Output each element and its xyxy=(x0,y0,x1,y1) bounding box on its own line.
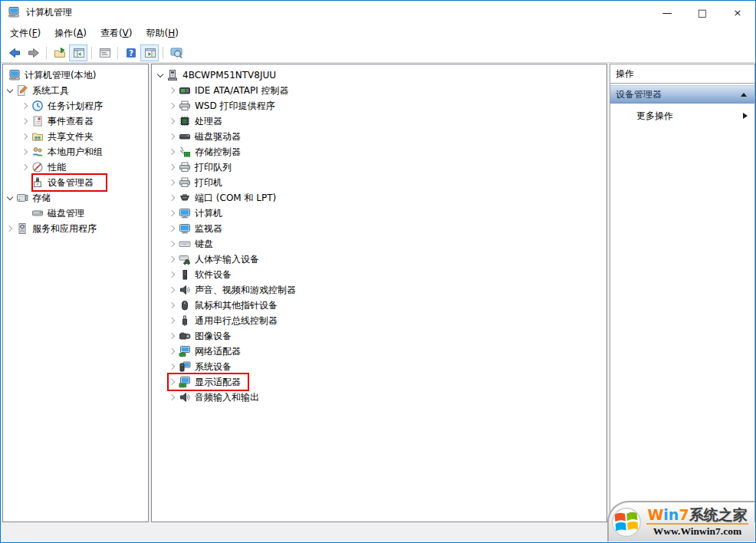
chevron-right-icon[interactable] xyxy=(167,392,178,403)
chevron-right-icon[interactable] xyxy=(167,131,178,142)
tree-label: 鼠标和其他指针设备 xyxy=(195,299,278,312)
find-button[interactable] xyxy=(166,44,185,61)
sidebar-item-task-scheduler[interactable]: 任务计划程序 xyxy=(3,98,148,114)
chevron-right-icon[interactable] xyxy=(167,361,178,372)
chevron-right-icon[interactable] xyxy=(167,377,178,387)
tree-label: 显示适配器 xyxy=(195,376,241,389)
device-category-imaging-devices[interactable]: 图像设备 xyxy=(152,328,606,344)
tree-label: 共享文件夹 xyxy=(48,130,94,143)
device-category-ide-controllers[interactable]: IDE ATA/ATAPI 控制器 xyxy=(152,83,606,98)
chevron-right-icon[interactable] xyxy=(167,208,178,219)
forward-button[interactable] xyxy=(24,44,42,61)
chevron-right-icon[interactable] xyxy=(167,300,178,311)
device-root[interactable]: 4BCWPM51NTV8JUU xyxy=(152,67,606,83)
device-category-usb-controllers[interactable]: 通用串行总线控制器 xyxy=(152,313,606,328)
menu-help[interactable]: 帮助(H) xyxy=(139,25,185,42)
sidebar-item-local-users-groups[interactable]: 本地用户和组 xyxy=(3,144,148,160)
minimize-button[interactable]: — xyxy=(649,1,685,24)
show-action-pane-button[interactable] xyxy=(140,44,159,61)
chevron-right-icon[interactable] xyxy=(167,116,178,127)
chevron-right-icon[interactable] xyxy=(167,285,178,295)
maximize-button[interactable]: □ xyxy=(685,1,720,24)
tree-label: 打印机 xyxy=(195,176,222,189)
device-category-monitors[interactable]: 监视器 xyxy=(152,221,606,236)
storage-icon xyxy=(16,192,28,204)
chevron-right-icon[interactable] xyxy=(20,162,31,173)
computer-management-window: 计算机管理 — □ × 文件(F) 操作(A) 查看(V) 帮助(H) ? 计算… xyxy=(0,0,756,543)
chevron-right-icon[interactable] xyxy=(5,223,15,234)
device-category-keyboards[interactable]: 键盘 xyxy=(152,236,606,252)
chevron-right-icon[interactable] xyxy=(167,162,178,173)
back-button[interactable] xyxy=(5,44,23,61)
close-button[interactable]: × xyxy=(720,1,755,24)
display-adapter-icon xyxy=(179,376,191,388)
sidebar-item-disk-management[interactable]: 磁盘管理 xyxy=(3,206,148,221)
chevron-right-icon[interactable] xyxy=(167,193,178,203)
sidebar-item-storage[interactable]: 存储 xyxy=(3,190,148,206)
sidebar-item-system-tools[interactable]: 系统工具 xyxy=(3,83,148,98)
system-device-icon xyxy=(179,360,191,373)
chevron-right-icon[interactable] xyxy=(167,269,178,280)
sidebar-item-computer-management[interactable]: 计算机管理(本地) xyxy=(3,67,148,83)
chevron-down-icon[interactable] xyxy=(5,85,15,96)
device-category-printers[interactable]: 打印机 xyxy=(152,175,606,190)
chevron-right-icon[interactable] xyxy=(167,146,178,157)
sidebar-item-services-applications[interactable]: 服务和应用程序 xyxy=(3,221,148,236)
sidebar-item-device-manager[interactable]: 设备管理器 xyxy=(3,175,148,190)
device-category-mice[interactable]: 鼠标和其他指针设备 xyxy=(152,298,606,313)
chevron-right-icon[interactable] xyxy=(20,116,31,127)
device-category-sound-controllers[interactable]: 声音、视频和游戏控制器 xyxy=(152,282,606,298)
chevron-right-icon[interactable] xyxy=(167,100,178,111)
device-category-system-devices[interactable]: 系统设备 xyxy=(152,359,606,374)
sidebar-item-performance[interactable]: 性能 xyxy=(3,160,148,175)
device-category-processors[interactable]: 处理器 xyxy=(152,114,606,129)
chevron-down-icon[interactable] xyxy=(155,70,166,81)
device-category-software-devices[interactable]: 软件设备 xyxy=(152,267,606,282)
tree-label: 本地用户和组 xyxy=(48,146,103,159)
device-category-disk-drives[interactable]: 磁盘驱动器 xyxy=(152,129,606,144)
chevron-down-icon[interactable] xyxy=(5,193,15,203)
device-category-ports[interactable]: 端口 (COM 和 LPT) xyxy=(152,190,606,206)
chevron-right-icon[interactable] xyxy=(167,254,178,265)
disk-management-icon xyxy=(31,207,44,219)
device-category-wsd-print-provider[interactable]: WSD 打印提供程序 xyxy=(152,98,606,114)
chevron-right-icon[interactable] xyxy=(167,85,178,96)
tree-label: 监视器 xyxy=(195,222,222,235)
actions-pane: 操作 设备管理器 更多操作 xyxy=(610,64,755,522)
chevron-right-icon[interactable] xyxy=(167,315,178,326)
menu-action[interactable]: 操作(A) xyxy=(48,25,94,42)
tree-label: 键盘 xyxy=(195,238,213,251)
device-category-network-adapters[interactable]: 网络适配器 xyxy=(152,344,606,359)
chevron-right-icon[interactable] xyxy=(167,223,178,234)
device-category-audio-io[interactable]: 音频输入和输出 xyxy=(152,390,606,405)
collapse-up-icon[interactable] xyxy=(741,93,747,97)
device-category-display-adapters[interactable]: 显示适配器 xyxy=(152,374,606,390)
help-button[interactable]: ? xyxy=(121,44,140,61)
watermark: Win7系统之家 Www.Winwin7.com xyxy=(607,501,754,541)
audio-io-icon xyxy=(179,391,191,403)
chevron-right-icon[interactable] xyxy=(167,346,178,357)
sidebar-item-event-viewer[interactable]: 事件查看器 xyxy=(3,114,148,129)
device-category-print-queues[interactable]: 打印队列 xyxy=(152,160,606,175)
chevron-right-icon[interactable] xyxy=(167,177,178,188)
chevron-right-icon[interactable] xyxy=(20,131,31,142)
chevron-right-icon[interactable] xyxy=(167,331,178,341)
menu-file[interactable]: 文件(F) xyxy=(3,25,48,42)
chevron-right-icon[interactable] xyxy=(20,100,31,111)
chevron-right-icon[interactable] xyxy=(20,146,31,157)
actions-section-device-manager[interactable]: 设备管理器 xyxy=(610,85,754,104)
system-tools-icon xyxy=(16,84,28,97)
more-actions-label: 更多操作 xyxy=(636,110,673,123)
more-actions-item[interactable]: 更多操作 xyxy=(610,106,754,126)
tree-label: 打印队列 xyxy=(195,161,232,174)
export-list-button[interactable] xyxy=(50,44,68,61)
sidebar-item-shared-folders[interactable]: 共享文件夹 xyxy=(3,129,148,144)
menu-view[interactable]: 查看(V) xyxy=(94,25,140,42)
show-console-tree-button[interactable] xyxy=(69,44,87,61)
properties-button[interactable] xyxy=(95,44,113,61)
chevron-right-icon[interactable] xyxy=(167,239,178,249)
device-category-hid[interactable]: 人体学输入设备 xyxy=(152,252,606,267)
device-category-computer[interactable]: 计算机 xyxy=(152,206,606,221)
device-category-storage-controllers[interactable]: 存储控制器 xyxy=(152,144,606,160)
tree-label: 系统工具 xyxy=(32,84,69,97)
